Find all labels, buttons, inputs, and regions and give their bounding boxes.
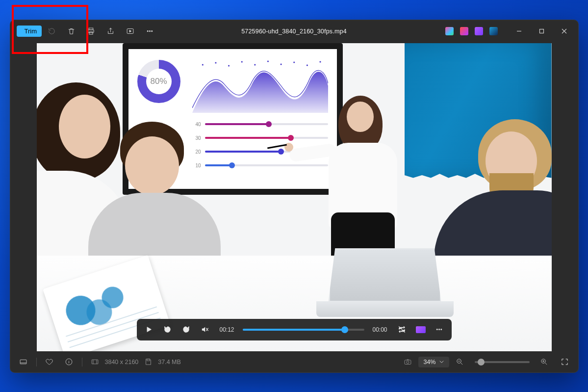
zoom-slider[interactable] xyxy=(475,361,530,363)
designer-icon xyxy=(460,27,468,35)
minimize-button[interactable] xyxy=(508,20,531,43)
svg-rect-1 xyxy=(89,28,93,30)
zoom-in-icon xyxy=(540,358,548,366)
slideshow-icon xyxy=(126,27,134,35)
fullscreen-icon xyxy=(561,358,569,366)
skip-fwd-30-button[interactable]: 30 xyxy=(177,319,196,340)
svg-text:30: 30 xyxy=(185,329,188,331)
trim-button[interactable]: Trim xyxy=(17,26,42,37)
trash-icon xyxy=(67,27,76,35)
svg-point-5 xyxy=(147,30,148,31)
zoom-out-icon xyxy=(456,358,464,366)
svg-point-9 xyxy=(202,64,203,65)
photos-app-window: 5725960-uhd_3840_2160_30fps.mp4 Trim xyxy=(10,20,579,373)
svg-rect-8 xyxy=(540,29,544,33)
mute-icon xyxy=(201,325,209,334)
info-button[interactable] xyxy=(59,352,79,372)
zoom-dropdown[interactable]: 34% xyxy=(418,357,449,367)
maximize-button[interactable] xyxy=(531,20,553,43)
svg-point-18 xyxy=(319,61,321,62)
video-content-laptop xyxy=(329,248,441,317)
svg-point-32 xyxy=(407,361,409,364)
video-frame[interactable]: 80% 60k xyxy=(37,43,552,351)
slider-label: 10 xyxy=(192,163,201,168)
svg-rect-29 xyxy=(92,360,98,364)
playback-remaining-time: 00:00 xyxy=(367,326,393,333)
photos-edit-icon xyxy=(445,27,454,35)
more-icon xyxy=(146,27,154,35)
zoom-out-button[interactable] xyxy=(450,352,470,372)
svg-rect-30 xyxy=(147,359,150,361)
gauge-chart: 80% xyxy=(137,60,180,103)
loop-button[interactable] xyxy=(393,319,411,340)
svg-point-17 xyxy=(306,64,307,66)
skip-back-icon: 10 xyxy=(163,325,172,334)
slider-label: 40 xyxy=(192,122,201,127)
close-button[interactable] xyxy=(553,20,576,43)
rotate-button[interactable] xyxy=(42,22,61,41)
dimensions-icon xyxy=(91,358,99,366)
svg-point-7 xyxy=(151,30,152,31)
mute-button[interactable] xyxy=(196,319,214,340)
filmstrip-icon xyxy=(19,358,27,366)
clipchamp-chip-icon xyxy=(416,326,426,333)
seek-bar[interactable] xyxy=(243,329,364,331)
dimensions-icon-wrap xyxy=(85,352,105,372)
minimize-icon xyxy=(516,28,522,34)
clipchamp-icon xyxy=(475,27,483,35)
edit-with-designer-button[interactable] xyxy=(457,20,472,43)
status-bar: 3840 x 2160 37.4 MB 34% xyxy=(10,351,579,373)
camera-icon xyxy=(404,358,412,366)
trim-button-label: Trim xyxy=(25,27,37,35)
fullscreen-button[interactable] xyxy=(555,352,575,372)
playback-current-time: 00:12 xyxy=(214,326,240,333)
live-caption-button[interactable] xyxy=(398,352,417,372)
more-button[interactable] xyxy=(140,22,159,41)
slider-chart: 40 30 20 10 xyxy=(192,122,328,168)
edit-with-clipchamp-button[interactable] xyxy=(472,20,486,43)
edit-with-paint-button[interactable] xyxy=(486,20,501,43)
disk-icon xyxy=(144,358,153,366)
share-button[interactable] xyxy=(101,22,120,41)
seek-knob[interactable] xyxy=(341,326,348,333)
play-button[interactable] xyxy=(140,319,158,340)
playback-more-button[interactable] xyxy=(430,319,449,340)
wave-chart xyxy=(192,59,328,113)
info-icon xyxy=(65,358,73,366)
svg-point-10 xyxy=(215,62,216,63)
edit-with-photos-button[interactable] xyxy=(442,20,457,43)
slideshow-button[interactable] xyxy=(120,22,140,41)
print-button[interactable] xyxy=(81,22,101,41)
print-icon xyxy=(87,27,95,35)
chevron-down-icon xyxy=(439,359,444,365)
zoom-value: 34% xyxy=(423,359,435,366)
delete-button[interactable] xyxy=(61,22,81,41)
skip-fwd-icon: 30 xyxy=(182,325,190,334)
filesize-label: 37.4 MB xyxy=(158,359,181,366)
close-icon xyxy=(562,28,567,34)
clipchamp-button[interactable] xyxy=(411,319,430,340)
paint-icon xyxy=(489,27,498,35)
svg-point-13 xyxy=(254,64,256,65)
svg-rect-27 xyxy=(20,360,26,364)
svg-point-25 xyxy=(438,329,439,330)
favorite-button[interactable] xyxy=(40,352,59,372)
maximize-icon xyxy=(539,28,544,34)
top-command-bar: 5725960-uhd_3840_2160_30fps.mp4 Trim xyxy=(10,20,579,43)
share-icon xyxy=(106,27,115,35)
loop-icon xyxy=(398,325,406,334)
heart-icon xyxy=(45,358,53,366)
resolution-label: 3840 x 2160 xyxy=(105,359,139,366)
skip-back-10-button[interactable]: 10 xyxy=(158,319,177,340)
slider-label: 30 xyxy=(192,135,201,141)
svg-point-11 xyxy=(228,65,229,66)
svg-point-24 xyxy=(436,329,437,330)
svg-point-14 xyxy=(267,60,268,62)
svg-point-12 xyxy=(241,61,242,62)
more-icon xyxy=(435,325,443,334)
filmstrip-toggle-button[interactable] xyxy=(14,352,33,372)
zoom-in-button[interactable] xyxy=(535,352,554,372)
playback-controls: 10 30 00:12 00:00 xyxy=(137,319,452,340)
play-icon xyxy=(145,325,153,334)
slider-label: 20 xyxy=(192,149,201,155)
